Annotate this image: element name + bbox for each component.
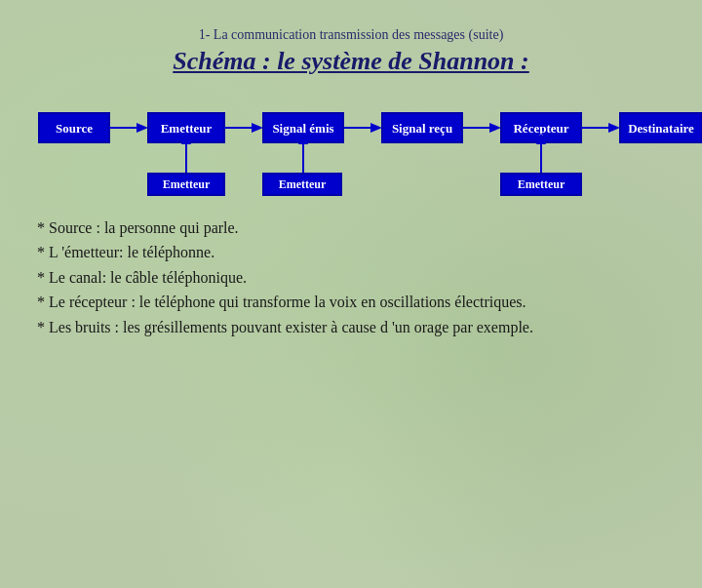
shannon-diagram: Source Emetteur Signal émis Signal reçu — [39, 103, 702, 196]
noise3-label: Emetteur — [518, 177, 566, 191]
diagram-section: Source Emetteur Signal émis Signal reçu — [29, 103, 673, 196]
svg-marker-5 — [252, 123, 263, 133]
bullet-2: * L 'émetteur: le téléphonne. — [37, 242, 673, 263]
title-section: 1- La communication transmission des mes… — [29, 27, 673, 76]
bullet-4: * Le récepteur : le téléphone qui transf… — [37, 292, 673, 313]
destinataire-label: Destinataire — [628, 121, 694, 136]
signal-recu-label: Signal reçu — [392, 121, 452, 136]
svg-marker-2 — [136, 123, 148, 133]
bullet-section: * Source : la personne qui parle. * L 'é… — [29, 217, 673, 338]
page: 1- La communication transmission des mes… — [0, 0, 702, 588]
subtitle: 1- La communication transmission des mes… — [29, 27, 673, 43]
svg-marker-14 — [608, 123, 620, 133]
noise2-label: Emetteur — [279, 177, 327, 191]
svg-marker-11 — [489, 123, 501, 133]
svg-marker-8 — [370, 123, 382, 133]
source-label: Source — [56, 121, 93, 136]
bullet-5: * Les bruits : les grésillements pouvant… — [37, 317, 673, 338]
main-title: Schéma : le système de Shannon : — [29, 47, 673, 76]
bullet-1: * Source : la personne qui parle. — [37, 217, 673, 239]
bullet-3: * Le canal: le câble téléphonique. — [37, 267, 673, 289]
noise1-label: Emetteur — [163, 177, 211, 191]
